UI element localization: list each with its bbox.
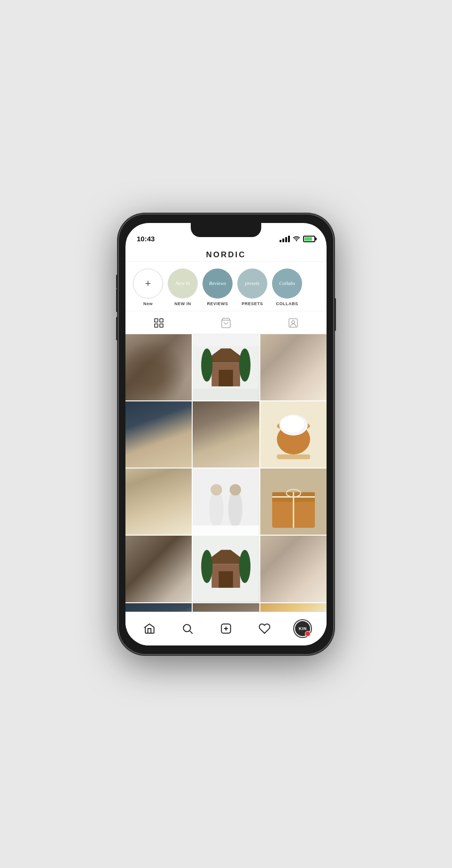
svg-point-25 (230, 484, 241, 495)
story-label-collabs: COLLABS (276, 301, 298, 306)
story-collabs[interactable]: Collabs COLLABS (272, 269, 302, 306)
signal-icon (280, 236, 290, 242)
svg-point-39 (184, 624, 191, 631)
svg-rect-13 (193, 334, 259, 346)
story-presets[interactable]: presets PRESETS (237, 269, 267, 306)
nav-add[interactable] (214, 617, 238, 640)
photo-cell-6[interactable] (260, 401, 327, 468)
photo-cell-4[interactable] (125, 401, 192, 468)
photo-cell-12[interactable] (260, 536, 327, 602)
app-header: NORDIC (125, 246, 327, 262)
photo-bg-7 (125, 469, 192, 535)
svg-point-19 (281, 415, 304, 432)
photo-bg-4 (125, 401, 192, 468)
story-label-new-in: NEW IN (174, 301, 191, 306)
signal-bar-4 (288, 236, 290, 242)
tab-shop[interactable] (217, 316, 235, 330)
photo-cell-5[interactable] (193, 401, 259, 468)
svg-rect-26 (193, 525, 259, 535)
mute-button (116, 275, 118, 289)
signal-bar-3 (285, 237, 287, 242)
svg-point-37 (201, 550, 212, 584)
photo-cell-7[interactable] (125, 469, 192, 535)
status-icons (280, 236, 315, 243)
svg-rect-2 (155, 324, 158, 327)
photo-bg-15 (260, 603, 327, 612)
story-inner-collabs: Collabs (279, 280, 295, 286)
svg-rect-0 (155, 319, 158, 322)
notch (191, 223, 261, 237)
tab-icons-row (125, 311, 327, 334)
nav-search[interactable] (176, 617, 199, 640)
story-new[interactable]: + New (133, 269, 163, 306)
photo-grid (125, 334, 327, 612)
profile-avatar: KIN (294, 620, 311, 637)
photo-cell-14[interactable] (193, 603, 259, 612)
story-inner-new-in: New In (175, 280, 190, 286)
photo-cell-10[interactable] (125, 536, 192, 602)
profile-initials: KIN (299, 626, 307, 631)
story-circle-new-in[interactable]: New In (168, 269, 198, 299)
status-time: 10:43 (137, 235, 155, 243)
story-reviews[interactable]: Reviews REVIEWS (203, 269, 233, 306)
svg-rect-36 (219, 571, 233, 588)
app-title: NORDIC (206, 250, 246, 259)
signal-bar-1 (280, 240, 281, 242)
battery-icon (303, 236, 315, 242)
svg-rect-3 (160, 324, 163, 327)
svg-rect-10 (219, 369, 233, 386)
story-new-in[interactable]: New In NEW IN (168, 269, 198, 306)
svg-point-22 (210, 490, 224, 528)
svg-point-23 (228, 490, 242, 528)
story-label-reviews: REVIEWS (207, 301, 228, 306)
photo-cell-11[interactable] (193, 536, 259, 602)
volume-up-button (116, 289, 118, 312)
power-button (334, 298, 336, 331)
svg-point-38 (239, 550, 250, 584)
stories-row[interactable]: + New New In NEW IN Reviews (125, 262, 327, 311)
story-circle-new[interactable]: + (133, 269, 163, 299)
photo-bg-5 (193, 401, 259, 468)
photo-cell-2[interactable] (193, 334, 259, 400)
photo-cell-15[interactable] (260, 603, 327, 612)
story-circle-presets[interactable]: presets (237, 269, 267, 299)
tab-grid[interactable] (149, 316, 168, 330)
photo-bg-13 (125, 603, 192, 612)
photo-cell-3[interactable] (260, 334, 327, 400)
app-content[interactable]: NORDIC + New New In (125, 246, 327, 612)
photo-cell-1[interactable] (125, 334, 192, 400)
tab-tagged[interactable] (284, 316, 303, 330)
nav-likes[interactable] (253, 617, 276, 640)
bottom-nav: KIN (125, 612, 327, 645)
photo-bg-6 (260, 401, 327, 468)
story-circle-collabs[interactable]: Collabs (272, 269, 302, 299)
volume-down-button (116, 317, 118, 340)
nav-home[interactable] (138, 617, 161, 640)
photo-cell-13[interactable] (125, 603, 192, 612)
photo-bg-14 (193, 603, 259, 612)
story-circle-reviews[interactable]: Reviews (203, 269, 233, 299)
story-inner-presets: presets (245, 280, 260, 286)
story-label-new: New (143, 301, 153, 306)
svg-point-24 (211, 484, 222, 495)
nav-profile[interactable]: KIN (291, 617, 314, 640)
photo-bg-2 (193, 334, 259, 400)
story-label-presets: PRESETS (242, 301, 263, 306)
svg-rect-21 (193, 469, 259, 535)
photo-bg-10 (125, 536, 192, 602)
photo-bg-11 (193, 536, 259, 602)
phone-screen: 10:43 (125, 223, 327, 645)
phone-frame: 10:43 (118, 214, 334, 655)
photo-cell-9[interactable] (260, 469, 327, 535)
photo-bg-1 (125, 334, 192, 400)
signal-bar-2 (282, 238, 284, 242)
photo-bg-12 (260, 536, 327, 602)
svg-rect-20 (277, 454, 310, 459)
story-inner-reviews: Reviews (209, 280, 226, 286)
phone-wrapper: 10:43 (113, 209, 339, 660)
photo-bg-3 (260, 334, 327, 400)
wifi-icon (293, 236, 300, 243)
svg-point-6 (292, 321, 295, 323)
photo-cell-8[interactable] (193, 469, 259, 535)
svg-rect-1 (160, 319, 163, 322)
